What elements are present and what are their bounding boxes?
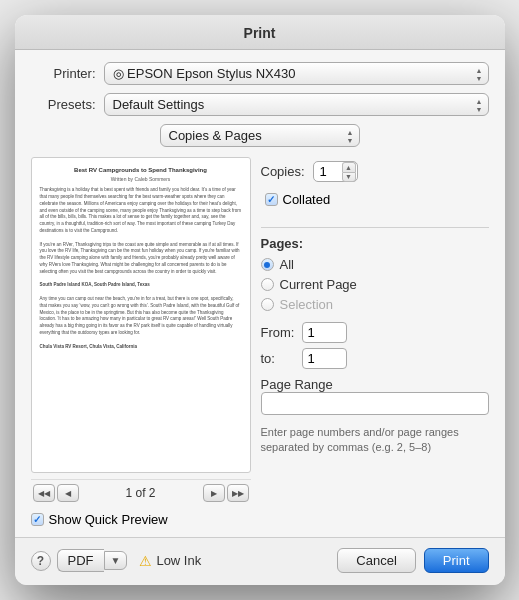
nav-first-button[interactable]: ◀◀ — [33, 484, 55, 502]
to-input[interactable] — [302, 348, 347, 369]
nav-prev-button[interactable]: ◀ — [57, 484, 79, 502]
preview-controls: ◀◀ ◀ 1 of 2 ▶ ▶▶ — [31, 479, 251, 506]
radio-current-page[interactable] — [261, 278, 274, 291]
printer-row: Printer: ◎ EPSON Epson Stylus NX430 — [31, 62, 489, 85]
presets-row: Presets: Default Settings — [31, 93, 489, 116]
from-input[interactable] — [302, 322, 347, 343]
preview-subtitle: Written by Caleb Sommers — [40, 176, 242, 183]
radio-all-label: All — [280, 257, 294, 272]
to-row: to: — [261, 348, 489, 369]
copies-stepper: ▲ ▼ — [342, 162, 356, 182]
copies-up-button[interactable]: ▲ — [342, 162, 356, 172]
preview-body1: Thanksgiving is a holiday that is best s… — [40, 187, 242, 234]
nav-last-button[interactable]: ▶▶ — [227, 484, 249, 502]
from-to-section: From: to: — [261, 322, 489, 369]
radio-current-row: Current Page — [261, 277, 489, 292]
preview-body3: Any time you can camp out near the beach… — [40, 296, 242, 337]
page-range-label: Page Range — [261, 377, 333, 392]
page-range-section: Page Range — [261, 377, 489, 415]
printer-label: Printer: — [31, 66, 96, 81]
show-preview-checkbox[interactable] — [31, 513, 44, 526]
copies-down-button[interactable]: ▼ — [342, 172, 356, 182]
bottom-right: Cancel Print — [337, 548, 488, 573]
main-content: Printer: ◎ EPSON Epson Stylus NX430 Pres… — [15, 50, 505, 537]
warning-icon: ⚠ — [139, 553, 152, 569]
radio-selection-label: Selection — [280, 297, 333, 312]
bottom-left: ? PDF ▼ ⚠ Low Ink — [31, 549, 208, 572]
show-preview-label: Show Quick Preview — [49, 512, 168, 527]
from-label: From: — [261, 325, 296, 340]
bottom-bar: ? PDF ▼ ⚠ Low Ink Cancel Print — [15, 537, 505, 585]
print-button[interactable]: Print — [424, 548, 489, 573]
dialog-title: Print — [244, 25, 276, 41]
copies-input-wrapper: ▲ ▼ — [313, 161, 358, 182]
printer-select[interactable]: ◎ EPSON Epson Stylus NX430 — [104, 62, 489, 85]
page-range-input[interactable] — [261, 392, 489, 415]
low-ink-button[interactable]: ⚠ Low Ink — [133, 551, 207, 571]
help-button[interactable]: ? — [31, 551, 51, 571]
show-preview-row: Show Quick Preview — [31, 512, 251, 527]
preview-title: Best RV Campgrounds to Spend Thanksgivin… — [40, 166, 242, 174]
nav-next-group: ▶ ▶▶ — [203, 484, 249, 502]
radio-all[interactable] — [261, 258, 274, 271]
print-dialog: Print Printer: ◎ EPSON Epson Stylus NX43… — [15, 15, 505, 585]
pages-label: Pages: — [261, 236, 489, 251]
copies-pages-row: Copies & Pages — [31, 124, 489, 147]
printer-select-wrapper: ◎ EPSON Epson Stylus NX430 — [104, 62, 489, 85]
radio-selection-row: Selection — [261, 297, 489, 312]
pdf-arrow-button[interactable]: ▼ — [104, 551, 128, 570]
to-label: to: — [261, 351, 296, 366]
nav-next-button[interactable]: ▶ — [203, 484, 225, 502]
body-section: Best RV Campgrounds to Spend Thanksgivin… — [31, 157, 489, 527]
page-preview: Best RV Campgrounds to Spend Thanksgivin… — [31, 157, 251, 473]
collated-row: Collated — [265, 192, 489, 207]
copies-pages-select[interactable]: Copies & Pages — [160, 124, 360, 147]
nav-prev-group: ◀◀ ◀ — [33, 484, 79, 502]
low-ink-label: Low Ink — [156, 553, 201, 568]
from-row: From: — [261, 322, 489, 343]
page-range-hint: Enter page numbers and/or page ranges se… — [261, 425, 489, 456]
pdf-button-group: PDF ▼ — [57, 549, 128, 572]
pages-radio-group: All Current Page Selection — [261, 257, 489, 312]
collated-label: Collated — [283, 192, 331, 207]
preview-section1: South Padre Island KOA, South Padre Isla… — [40, 282, 242, 289]
right-panel: Copies: ▲ ▼ Collated Page — [261, 157, 489, 527]
collated-checkbox[interactable] — [265, 193, 278, 206]
title-bar: Print — [15, 15, 505, 50]
copies-section: Copies: ▲ ▼ — [261, 161, 489, 182]
presets-select-wrapper: Default Settings — [104, 93, 489, 116]
radio-current-label: Current Page — [280, 277, 357, 292]
page-range-row: Page Range — [261, 377, 489, 392]
preview-area: Best RV Campgrounds to Spend Thanksgivin… — [31, 157, 251, 527]
preview-section2: Chula Vista RV Resort, Chula Vista, Cali… — [40, 344, 242, 351]
section-divider-1 — [261, 227, 489, 228]
presets-label: Presets: — [31, 97, 96, 112]
radio-all-row: All — [261, 257, 489, 272]
pdf-main-button[interactable]: PDF — [57, 549, 104, 572]
radio-selection[interactable] — [261, 298, 274, 311]
cancel-button[interactable]: Cancel — [337, 548, 415, 573]
copies-label: Copies: — [261, 164, 305, 179]
page-indicator: 1 of 2 — [125, 486, 155, 500]
presets-select[interactable]: Default Settings — [104, 93, 489, 116]
preview-body2: If you're an RVer, Thanksgiving trips to… — [40, 242, 242, 276]
